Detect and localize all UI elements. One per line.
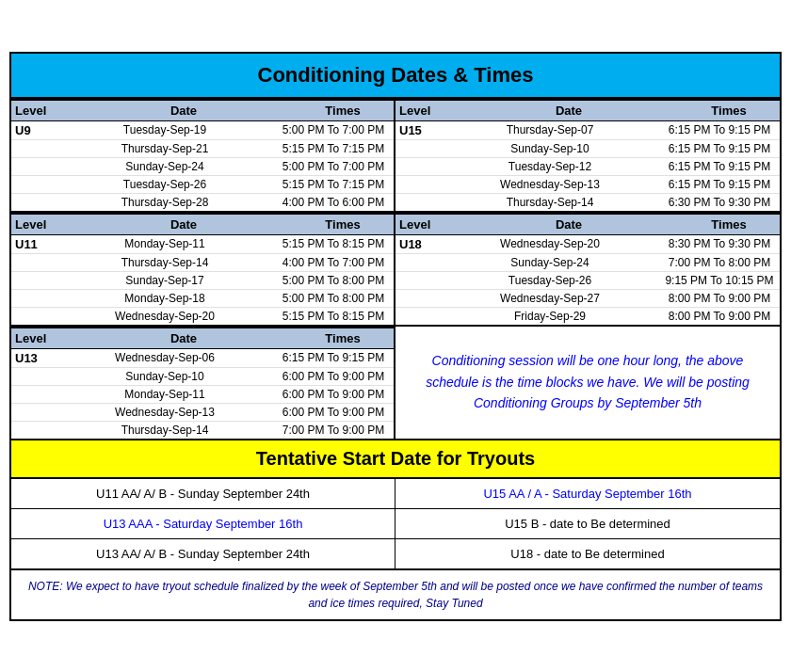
u9-times-4: 4:00 PM To 6:00 PM [277,196,390,209]
main-container: Conditioning Dates & Times Level Date Ti… [9,52,782,621]
u13-row-3: Wednesday-Sep-13 6:00 PM To 9:00 PM [11,404,394,422]
u15-date-3: Wednesday-Sep-13 [437,178,663,191]
u18-times-3: 8:00 PM To 9:00 PM [663,292,776,305]
u9-times-0: 5:00 PM To 7:00 PM [277,123,390,136]
u18-times-2: 9:15 PM To 10:15 PM [663,274,776,287]
u15-date-0: Thursday-Sep-07 [437,123,663,136]
u11-date-4: Wednesday-Sep-20 [53,310,277,323]
u13-times-1: 6:00 PM To 9:00 PM [277,370,390,383]
u18-row-0: U18 Wednesday-Sep-20 8:30 PM To 9:30 PM [396,235,780,254]
level-header-u18: Level [399,217,456,232]
tryout-item-4: U13 AA/ A/ B - Sunday September 24th [11,539,396,568]
u11-date-3: Monday-Sep-18 [53,292,277,305]
date-header-u13: Date [72,331,296,345]
u13-label: U13 [15,351,53,365]
tryout-item-0: U11 AA/ A/ B - Sunday September 24th [11,479,396,509]
u13-times-0: 6:15 PM To 9:15 PM [277,351,390,364]
u13-row-0: U13 Wednesday-Sep-06 6:15 PM To 9:15 PM [11,349,394,368]
u18-date-2: Tuesday-Sep-26 [437,274,663,287]
u15-row-3: Wednesday-Sep-13 6:15 PM To 9:15 PM [396,176,780,194]
u13-row-4: Thursday-Sep-14 7:00 PM To 9:00 PM [11,422,394,439]
u18-date-3: Wednesday-Sep-27 [437,292,663,305]
tryout-item-1: U15 AA / A - Saturday September 16th [396,479,780,509]
u18-row-4: Friday-Sep-29 8:00 PM To 9:00 PM [396,308,780,325]
u11-times-1: 4:00 PM To 7:00 PM [277,256,390,269]
u11-times-2: 5:00 PM To 8:00 PM [277,274,390,287]
bottom-table: Level Date Times U13 Wednesday-Sep-06 6:… [11,327,780,440]
times-header-u18: Times [682,217,776,232]
conditioning-note: Conditioning session will be one hour lo… [410,350,766,413]
u18-section: Level Date Times U18 Wednesday-Sep-20 8:… [396,213,780,325]
level-header-u11: Level [15,217,72,232]
u9-date-0: Tuesday-Sep-19 [53,123,277,136]
u11-label: U11 [15,237,53,251]
u13-row-1: Sunday-Sep-10 6:00 PM To 9:00 PM [11,368,394,386]
conditioning-note-section: Conditioning session will be one hour lo… [396,327,780,439]
tryout-header: Tentative Start Date for Tryouts [11,440,780,479]
u13-date-3: Wednesday-Sep-13 [53,406,277,419]
u11-section: Level Date Times U11 Monday-Sep-11 5:15 … [11,213,396,325]
u15-row-0: U15 Thursday-Sep-07 6:15 PM To 9:15 PM [396,121,780,140]
u9-row-1: Thursday-Sep-21 5:15 PM To 7:15 PM [11,140,394,158]
times-header-u9: Times [296,104,390,118]
u13-times-2: 6:00 PM To 9:00 PM [277,388,390,401]
u9-date-1: Thursday-Sep-21 [53,142,277,155]
u18-times-4: 8:00 PM To 9:00 PM [663,310,776,323]
u11-date-0: Monday-Sep-11 [53,237,277,250]
u9-section: Level Date Times U9 Tuesday-Sep-19 5:00 … [11,99,396,211]
u15-label: U15 [399,123,437,137]
times-header-u15: Times [682,104,776,118]
u15-times-1: 6:15 PM To 9:15 PM [663,142,776,155]
times-header-u13: Times [296,331,390,345]
tryout-item-2: U13 AAA - Saturday September 16th [11,509,396,539]
u18-date-0: Wednesday-Sep-20 [437,237,663,250]
u9-date-3: Tuesday-Sep-26 [53,178,277,191]
u11-column-header: Level Date Times [11,213,394,235]
u11-row-4: Wednesday-Sep-20 5:15 PM To 8:15 PM [11,308,394,325]
u15-date-4: Thursday-Sep-14 [437,196,663,209]
u13-times-4: 7:00 PM To 9:00 PM [277,424,390,437]
u9-column-header: Level Date Times [11,99,394,121]
u9-date-2: Sunday-Sep-24 [53,160,277,173]
u15-times-0: 6:15 PM To 9:15 PM [663,123,776,136]
u15-column-header: Level Date Times [396,99,780,121]
u9-times-2: 5:00 PM To 7:00 PM [277,160,390,173]
u15-times-2: 6:15 PM To 9:15 PM [663,160,776,173]
bottom-note: NOTE: We expect to have tryout schedule … [11,570,780,619]
u13-date-0: Wednesday-Sep-06 [53,351,277,364]
u11-row-2: Sunday-Sep-17 5:00 PM To 8:00 PM [11,272,394,290]
u18-times-1: 7:00 PM To 8:00 PM [663,256,776,269]
u9-row-0: U9 Tuesday-Sep-19 5:00 PM To 7:00 PM [11,121,394,140]
date-header-u18: Date [456,217,682,232]
u15-row-1: Sunday-Sep-10 6:15 PM To 9:15 PM [396,140,780,158]
u15-date-2: Tuesday-Sep-12 [437,160,663,173]
tryout-item-5: U18 - date to Be determined [396,539,780,568]
u13-times-3: 6:00 PM To 9:00 PM [277,406,390,419]
u18-date-4: Friday-Sep-29 [437,310,663,323]
u9-row-3: Tuesday-Sep-26 5:15 PM To 7:15 PM [11,176,394,194]
u13-date-1: Sunday-Sep-10 [53,370,277,383]
u15-date-1: Sunday-Sep-10 [437,142,663,155]
u9-row-4: Thursday-Sep-28 4:00 PM To 6:00 PM [11,194,394,211]
u13-date-2: Monday-Sep-11 [53,388,277,401]
page-title: Conditioning Dates & Times [11,54,780,99]
level-header-u15: Level [399,104,456,118]
date-header-u9: Date [72,104,296,118]
u15-times-3: 6:15 PM To 9:15 PM [663,178,776,191]
u11-row-1: Thursday-Sep-14 4:00 PM To 7:00 PM [11,254,394,272]
u11-times-0: 5:15 PM To 8:15 PM [277,237,390,250]
date-header-u15: Date [456,104,682,118]
u18-times-0: 8:30 PM To 9:30 PM [663,237,776,250]
u13-section: Level Date Times U13 Wednesday-Sep-06 6:… [11,327,396,439]
u9-label: U9 [15,123,53,137]
times-header-u11: Times [296,217,390,232]
tryout-grid: U11 AA/ A/ B - Sunday September 24th U15… [11,479,780,570]
level-header-u9: Level [15,104,72,118]
u9-times-1: 5:15 PM To 7:15 PM [277,142,390,155]
u9-date-4: Thursday-Sep-28 [53,196,277,209]
level-header-u13: Level [15,331,72,345]
u11-times-3: 5:00 PM To 8:00 PM [277,292,390,305]
u15-section: Level Date Times U15 Thursday-Sep-07 6:1… [396,99,780,211]
u11-row-0: U11 Monday-Sep-11 5:15 PM To 8:15 PM [11,235,394,254]
u15-times-4: 6:30 PM To 9:30 PM [663,196,776,209]
